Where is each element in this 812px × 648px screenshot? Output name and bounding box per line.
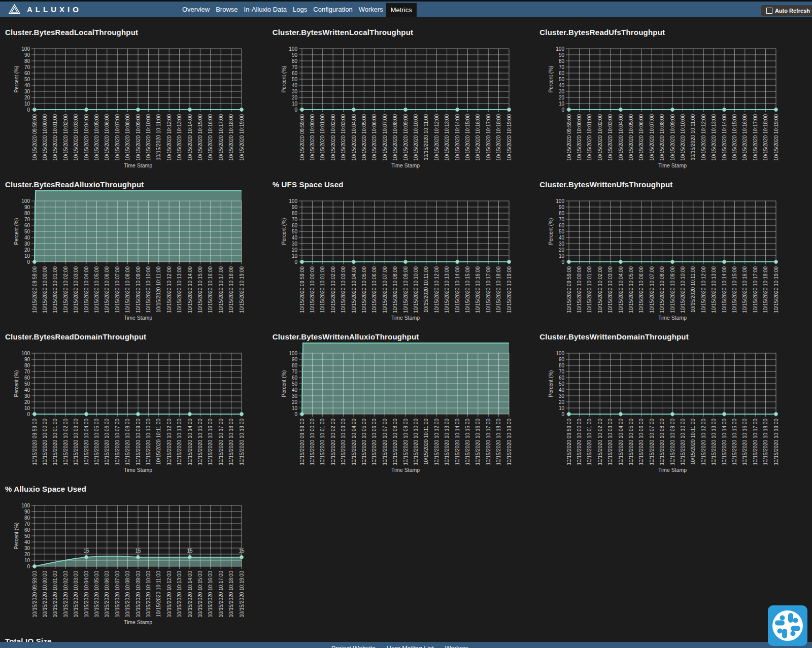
nav-item-overview[interactable]: Overview: [179, 2, 213, 17]
nav-item-workers[interactable]: Workers: [356, 2, 386, 17]
chart-canvas: 010203040506070809010010/15/2020 09:59:0…: [5, 189, 272, 333]
y-axis-title: Percent (%): [281, 218, 287, 245]
svg-text:70: 70: [559, 64, 565, 70]
svg-text:80: 80: [292, 211, 298, 216]
x-axis-title: Time Stamp: [124, 162, 152, 168]
svg-text:10/15/2020 10:17:00: 10/15/2020 10:17:00: [753, 266, 758, 313]
svg-text:10/15/2020 10:14:00: 10/15/2020 10:14:00: [187, 571, 193, 618]
svg-text:10/15/2020 10:01:00: 10/15/2020 10:01:00: [52, 571, 58, 618]
x-axis-title: Time Stamp: [124, 315, 152, 321]
svg-text:90: 90: [292, 52, 298, 58]
x-axis-title: Time Stamp: [658, 467, 687, 473]
chart-cluster-byteswrittenufsthroughput: Cluster.BytesWrittenUfsThroughput0102030…: [539, 181, 807, 333]
svg-text:90: 90: [292, 357, 298, 362]
chart-title: Cluster.BytesReadUfsThroughput: [539, 28, 807, 37]
svg-text:10/15/2020 10:18:00: 10/15/2020 10:18:00: [228, 419, 234, 465]
svg-text:10/15/2020 10:02:00: 10/15/2020 10:02:00: [63, 114, 69, 161]
footer-link-project-website[interactable]: Project Website: [331, 645, 376, 648]
svg-text:10/15/2020 10:16:00: 10/15/2020 10:16:00: [742, 419, 748, 465]
footer-link-workers[interactable]: Workers: [445, 645, 468, 648]
alluxio-footer-logo[interactable]: [768, 605, 807, 648]
chart-title: Cluster.BytesWrittenDomainThroughput: [539, 333, 807, 341]
svg-text:10: 10: [559, 405, 565, 411]
svg-text:30: 30: [292, 89, 298, 94]
svg-text:10/15/2020 09:59:00: 10/15/2020 09:59:00: [32, 114, 38, 161]
alluxio-logo-icon: [9, 4, 20, 14]
svg-text:10/15/2020 10:15:00: 10/15/2020 10:15:00: [465, 419, 470, 465]
svg-text:50: 50: [24, 533, 30, 539]
chart-cluster-bytesreaddomainthroughput: Cluster.BytesReadDomainThroughput0102030…: [5, 333, 273, 485]
chart-title: % UFS Space Used: [273, 181, 540, 189]
svg-text:0: 0: [294, 107, 297, 113]
nav-item-configuration[interactable]: Configuration: [310, 2, 355, 17]
svg-text:80: 80: [24, 211, 30, 216]
svg-text:10/15/2020 10:06:00: 10/15/2020 10:06:00: [104, 114, 110, 161]
auto-refresh-checkbox[interactable]: [766, 8, 772, 14]
svg-text:10: 10: [292, 253, 298, 259]
svg-text:10/15/2020 10:13:00: 10/15/2020 10:13:00: [177, 114, 182, 161]
svg-text:10/15/2020 10:19:00: 10/15/2020 10:19:00: [506, 114, 512, 161]
svg-text:100: 100: [21, 503, 30, 508]
chart-canvas: 010203040506070809010010/15/2020 09:59:0…: [5, 493, 272, 637]
svg-text:10/15/2020 10:04:00: 10/15/2020 10:04:00: [618, 266, 624, 313]
svg-text:60: 60: [24, 375, 30, 381]
svg-text:10: 10: [559, 253, 565, 259]
svg-text:10/15/2020 10:16:00: 10/15/2020 10:16:00: [742, 114, 748, 161]
svg-text:70: 70: [559, 369, 565, 374]
svg-text:70: 70: [24, 521, 30, 527]
svg-text:100: 100: [289, 46, 297, 52]
svg-text:10/15/2020 10:00:00: 10/15/2020 10:00:00: [577, 419, 582, 465]
svg-text:10/15/2020 10:05:00: 10/15/2020 10:05:00: [628, 419, 634, 465]
chart-title: Cluster.BytesWrittenUfsThroughput: [539, 181, 807, 189]
chart-canvas: 010203040506070809010010/15/2020 09:59:0…: [539, 341, 806, 485]
brand[interactable]: ALLUXIO: [0, 4, 82, 14]
svg-text:10/15/2020 10:08:00: 10/15/2020 10:08:00: [125, 419, 130, 465]
svg-text:10/15/2020 10:00:00: 10/15/2020 10:00:00: [577, 114, 582, 161]
svg-text:10/15/2020 10:18:00: 10/15/2020 10:18:00: [496, 419, 501, 465]
x-axis-title: Time Stamp: [658, 162, 687, 168]
svg-text:10/15/2020 10:05:00: 10/15/2020 10:05:00: [361, 266, 367, 313]
svg-text:0: 0: [27, 259, 30, 265]
svg-text:10/15/2020 10:08:00: 10/15/2020 10:08:00: [392, 419, 398, 465]
svg-text:10/15/2020 10:10:00: 10/15/2020 10:10:00: [146, 114, 151, 161]
svg-text:10/15/2020 10:01:00: 10/15/2020 10:01:00: [52, 419, 58, 465]
footer-link-user-mailing-list[interactable]: User Mailing List: [387, 645, 433, 648]
chart-title: Cluster.BytesWrittenLocalThroughput: [273, 28, 540, 37]
svg-text:10/15/2020 10:14:00: 10/15/2020 10:14:00: [187, 419, 193, 465]
nav-item-in-alluxio-data[interactable]: In-Alluxio Data: [241, 2, 290, 17]
svg-text:10/15/2020 10:19:00: 10/15/2020 10:19:00: [239, 266, 245, 313]
svg-text:10/15/2020 10:07:00: 10/15/2020 10:07:00: [649, 419, 655, 465]
svg-text:60: 60: [292, 375, 298, 381]
svg-text:10/15/2020 10:18:00: 10/15/2020 10:18:00: [228, 114, 234, 161]
svg-text:70: 70: [292, 217, 298, 222]
svg-text:70: 70: [24, 369, 30, 374]
svg-text:10/15/2020 10:06:00: 10/15/2020 10:06:00: [371, 114, 377, 161]
nav-item-metrics[interactable]: Metrics: [386, 3, 417, 17]
svg-text:10/15/2020 10:15:00: 10/15/2020 10:15:00: [197, 571, 203, 618]
svg-text:15: 15: [83, 548, 89, 554]
svg-text:10/15/2020 10:12:00: 10/15/2020 10:12:00: [166, 419, 172, 465]
svg-text:10/15/2020 10:10:00: 10/15/2020 10:10:00: [413, 419, 419, 465]
nav-item-logs[interactable]: Logs: [290, 2, 310, 17]
nav-item-browse[interactable]: Browse: [213, 2, 241, 17]
svg-text:10/15/2020 10:05:00: 10/15/2020 10:05:00: [94, 114, 99, 161]
brand-text: ALLUXIO: [27, 5, 82, 14]
svg-text:0: 0: [27, 107, 30, 113]
svg-text:10/15/2020 10:07:00: 10/15/2020 10:07:00: [115, 419, 120, 465]
svg-text:10/15/2020 10:15:00: 10/15/2020 10:15:00: [197, 419, 203, 465]
svg-text:10/15/2020 10:15:00: 10/15/2020 10:15:00: [732, 419, 737, 465]
svg-text:70: 70: [24, 217, 30, 222]
svg-text:0: 0: [294, 412, 297, 417]
svg-text:10/15/2020 10:16:00: 10/15/2020 10:16:00: [208, 114, 213, 161]
svg-text:10/15/2020 10:08:00: 10/15/2020 10:08:00: [125, 571, 130, 618]
svg-text:10/15/2020 10:04:00: 10/15/2020 10:04:00: [84, 114, 89, 161]
svg-text:10/15/2020 10:14:00: 10/15/2020 10:14:00: [187, 266, 193, 313]
svg-text:10/15/2020 10:14:00: 10/15/2020 10:14:00: [722, 419, 727, 465]
svg-text:10/15/2020 10:17:00: 10/15/2020 10:17:00: [753, 114, 758, 161]
svg-text:10/15/2020 10:02:00: 10/15/2020 10:02:00: [63, 266, 69, 313]
svg-text:10/15/2020 10:11:00: 10/15/2020 10:11:00: [423, 419, 429, 465]
svg-text:10/15/2020 10:06:00: 10/15/2020 10:06:00: [104, 266, 110, 313]
svg-text:90: 90: [559, 52, 565, 58]
charts-grid: Cluster.BytesReadLocalThroughput01020304…: [0, 17, 812, 648]
auto-refresh-button[interactable]: Auto Refresh: [761, 5, 812, 16]
